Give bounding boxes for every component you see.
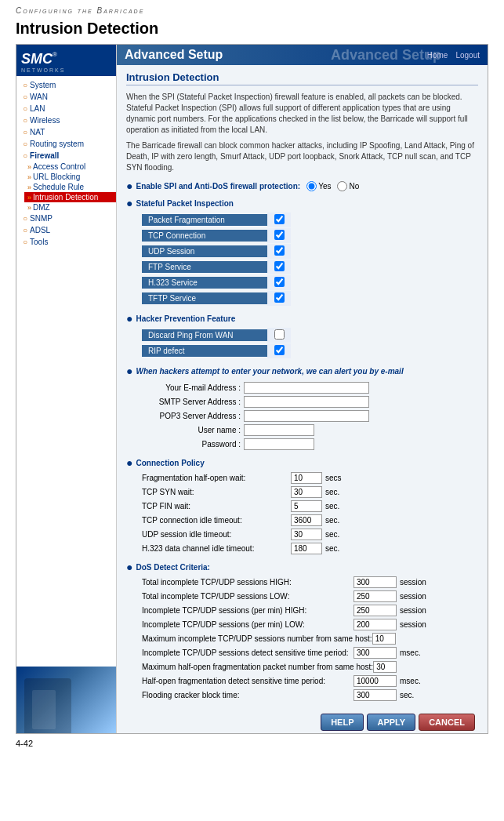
email-row-3: User name : <box>142 424 478 436</box>
password-input[interactable] <box>244 438 314 450</box>
spi-check-3[interactable] <box>274 261 285 271</box>
spi-check-1[interactable] <box>274 230 285 240</box>
stateful-inspection-row: ● Stateful Packet Inspection <box>126 197 478 209</box>
smc-reg: ® <box>53 51 57 58</box>
spi-item-4: H.323 Service <box>142 275 478 290</box>
sidebar-item-firewall[interactable]: ○ Firewall <box>16 150 116 162</box>
sidebar-subitem-url-blocking[interactable]: » URL Blocking <box>24 172 116 182</box>
logout-link[interactable]: Logout <box>455 51 480 60</box>
sidebar-nav: ○ System ○ WAN ○ LAN ○ Wireless ○ NAT ○ … <box>16 76 116 667</box>
dos-row-3: Incomplete TCP/UDP sessions (per min) LO… <box>142 619 478 630</box>
pop3-server-input[interactable] <box>244 410 369 422</box>
sidebar-subitem-access-control[interactable]: » Access Control <box>24 162 116 172</box>
dos-input-7[interactable] <box>354 675 397 687</box>
sidebar-item-wan[interactable]: ○ WAN <box>16 91 116 103</box>
smtp-server-input[interactable] <box>244 396 369 408</box>
top-bar: Advanced Setup Advanced Setup Home Logou… <box>117 45 488 65</box>
hacker-item-0: Discard Ping From WAN <box>142 328 478 343</box>
dos-criteria-row: ● DoS Detect Criteria: <box>126 561 478 573</box>
sidebar-item-lan[interactable]: ○ LAN <box>16 103 116 114</box>
tcp-syn-input[interactable] <box>291 486 322 498</box>
email-alert-label: When hackers attempt to enter your netwo… <box>136 367 403 376</box>
stateful-label: Stateful Packet Inspection <box>136 199 233 208</box>
email-address-input[interactable] <box>244 382 369 394</box>
smc-brand: SMC <box>21 51 53 67</box>
dos-row-8: Flooding cracker block time: sec. <box>142 689 478 701</box>
radio-no[interactable] <box>337 181 347 191</box>
conn-row-0: Fragmentation half-open wait: secs <box>142 472 478 484</box>
sidebar-item-routing[interactable]: ○ Routing system <box>16 138 116 150</box>
smc-logo: SMC ® NETWORKS <box>16 45 116 76</box>
radio-yes[interactable] <box>306 181 317 191</box>
username-input[interactable] <box>244 424 314 436</box>
email-fields: Your E-mail Address : SMTP Server Addres… <box>142 382 478 450</box>
sidebar-item-wireless[interactable]: ○ Wireless <box>16 114 116 126</box>
spi-item-0: Packet Fragmentation <box>142 213 478 227</box>
section-title: Intrusion Detection <box>126 71 478 85</box>
email-row-1: SMTP Server Address : <box>142 396 478 408</box>
spi-item-1: TCP Connection <box>142 228 478 243</box>
dos-input-0[interactable] <box>354 576 397 588</box>
sidebar-item-tools[interactable]: ○ Tools <box>16 236 116 248</box>
scrollable-content: Intrusion Detection When the SPI (Statef… <box>117 65 488 733</box>
frag-halfopen-input[interactable] <box>291 472 322 484</box>
dos-input-1[interactable] <box>354 590 397 602</box>
hacker-check-0[interactable] <box>274 329 285 340</box>
hacker-item-1: RIP defect <box>142 343 478 358</box>
page-header: Configuring the Barricade <box>0 0 504 16</box>
hacker-check-1[interactable] <box>274 345 285 355</box>
dos-row-5: Incomplete TCP/UDP sessions detect sensi… <box>142 647 478 659</box>
dos-fields: Total incomplete TCP/UDP sessions HIGH: … <box>142 576 478 701</box>
udp-session-idle-input[interactable] <box>291 529 322 540</box>
conn-row-5: H.323 data channel idle timeout: sec. <box>142 543 478 554</box>
cancel-button[interactable]: CANCEL <box>419 714 475 731</box>
sidebar: SMC ® NETWORKS ○ System ○ WAN ○ LAN ○ Wi… <box>16 45 117 733</box>
spi-item-5: TFTP Service <box>142 291 478 306</box>
dos-input-6[interactable] <box>373 661 397 673</box>
conn-row-2: TCP FIN wait: sec. <box>142 500 478 512</box>
hacker-prevention-row: ● Hacker Prevention Feature <box>126 312 478 325</box>
radio-no-label[interactable]: No <box>337 181 359 191</box>
sidebar-item-nat[interactable]: ○ NAT <box>16 126 116 138</box>
intro-text-1: When the SPI (Stateful Packet Inspection… <box>126 92 478 136</box>
dos-input-8[interactable] <box>354 689 397 701</box>
dos-input-5[interactable] <box>354 647 397 659</box>
connection-policy-row: ● Connection Policy <box>126 456 478 469</box>
topbar-title: Advanced Setup <box>125 48 223 62</box>
intro-text-2: The Barricade firewall can block common … <box>126 140 478 173</box>
hacker-items-table: Discard Ping From WAN RIP defect <box>142 328 478 358</box>
smc-networks: NETWORKS <box>21 67 111 73</box>
connection-policy-label: Connection Policy <box>136 459 204 467</box>
h323-idle-input[interactable] <box>291 543 322 554</box>
main-frame: SMC ® NETWORKS ○ System ○ WAN ○ LAN ○ Wi… <box>16 44 488 734</box>
spi-item-2: UDP Session <box>142 244 478 259</box>
sidebar-item-system[interactable]: ○ System <box>16 79 116 91</box>
sidebar-subitem-dmz[interactable]: » DMZ <box>24 202 116 213</box>
spi-item-3: FTP Service <box>142 260 478 274</box>
spi-check-0[interactable] <box>274 214 285 224</box>
email-row-2: POP3 Server Address : <box>142 410 478 422</box>
sidebar-subitem-intrusion-detection[interactable]: » Intrusion Detection <box>24 192 116 202</box>
tcp-conn-idle-input[interactable] <box>291 514 322 526</box>
topbar-title-faded: Advanced Setup <box>331 47 441 64</box>
dos-row-7: Half-open fragmentation detect sensitive… <box>142 675 478 687</box>
tcp-fin-input[interactable] <box>291 500 322 512</box>
hacker-label: Hacker Prevention Feature <box>136 314 235 323</box>
sidebar-item-adsl[interactable]: ○ ADSL <box>16 224 116 236</box>
spi-check-4[interactable] <box>274 277 285 287</box>
apply-button[interactable]: APPLY <box>367 714 415 731</box>
dos-input-2[interactable] <box>354 605 397 616</box>
dos-input-3[interactable] <box>354 619 397 630</box>
sidebar-subitem-schedule-rule[interactable]: » Schedule Rule <box>24 182 116 192</box>
spi-items-table: Packet Fragmentation TCP Connection UDP … <box>142 213 478 306</box>
radio-yes-label[interactable]: Yes <box>306 181 331 191</box>
email-row-0: Your E-mail Address : <box>142 382 478 394</box>
page-number: 4-42 <box>16 739 33 748</box>
page-title-section: Intrusion Detection <box>0 16 504 44</box>
sidebar-item-snmp[interactable]: ○ SNMP <box>16 213 116 224</box>
dos-input-4[interactable] <box>372 633 396 645</box>
spi-check-5[interactable] <box>274 292 285 303</box>
help-button[interactable]: HELP <box>321 714 364 731</box>
dos-criteria-label: DoS Detect Criteria: <box>136 563 209 572</box>
spi-check-2[interactable] <box>274 245 285 256</box>
